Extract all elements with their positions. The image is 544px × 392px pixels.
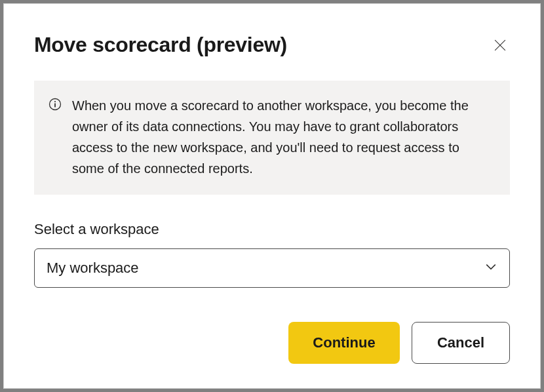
close-icon xyxy=(494,43,506,53)
svg-point-3 xyxy=(54,101,56,102)
workspace-label: Select a workspace xyxy=(34,221,510,238)
info-icon xyxy=(49,95,62,113)
button-row: Continue Cancel xyxy=(34,322,510,364)
dialog-header: Move scorecard (preview) xyxy=(34,33,510,57)
workspace-select[interactable]: My workspace xyxy=(34,248,510,288)
info-banner-text: When you move a scorecard to another wor… xyxy=(72,95,492,179)
move-scorecard-dialog: Move scorecard (preview) When you move a… xyxy=(3,3,541,389)
workspace-field-group: Select a workspace My workspace xyxy=(34,221,510,288)
info-banner: When you move a scorecard to another wor… xyxy=(34,81,510,195)
continue-button[interactable]: Continue xyxy=(288,322,400,364)
dialog-title: Move scorecard (preview) xyxy=(34,33,287,57)
cancel-button[interactable]: Cancel xyxy=(412,322,510,364)
close-button[interactable] xyxy=(490,35,510,57)
svg-rect-4 xyxy=(54,104,56,108)
workspace-select-wrap: My workspace xyxy=(34,248,510,288)
